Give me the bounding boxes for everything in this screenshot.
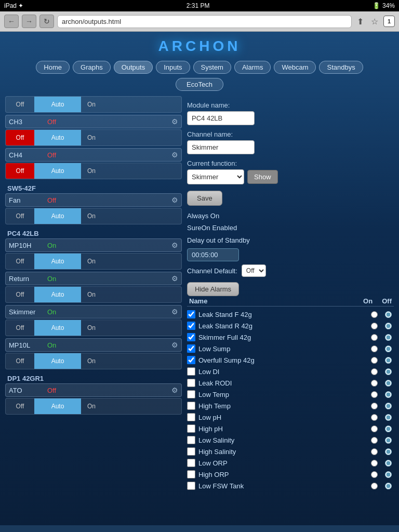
ato-on[interactable]: On: [81, 398, 102, 414]
return-on[interactable]: On: [81, 287, 102, 302]
nav-graphs[interactable]: Graphs: [73, 61, 111, 74]
nav-alarms[interactable]: Alarms: [234, 61, 271, 74]
alarm-on-radio-7[interactable]: [371, 391, 378, 398]
bookmark-button[interactable]: ☆: [369, 16, 380, 28]
ato-auto[interactable]: Auto: [34, 398, 81, 414]
ch4-auto[interactable]: Auto: [34, 163, 81, 179]
alarm-checkbox-4[interactable]: [187, 356, 195, 364]
forward-button[interactable]: →: [22, 15, 36, 28]
back-button[interactable]: ←: [4, 15, 19, 28]
alarm-checkbox-9[interactable]: [187, 413, 195, 421]
alarm-off-radio-14[interactable]: [385, 471, 392, 478]
alarm-checkbox-6[interactable]: [187, 379, 195, 387]
alarm-off-radio-8[interactable]: [385, 403, 392, 409]
refresh-button[interactable]: ↻: [39, 15, 54, 28]
fan-gear[interactable]: ⚙: [171, 196, 178, 204]
alarm-on-radio-10[interactable]: [371, 425, 378, 432]
skimmer-on[interactable]: On: [81, 320, 102, 336]
nav-home[interactable]: Home: [36, 61, 70, 74]
channel-name-input[interactable]: [187, 140, 255, 154]
alarm-off-radio-9[interactable]: [385, 414, 392, 421]
alarm-on-radio-13[interactable]: [371, 460, 378, 467]
off-btn-1[interactable]: Off: [6, 97, 34, 112]
return-off[interactable]: Off: [6, 287, 34, 302]
delay-input[interactable]: [187, 248, 239, 261]
mp10h-gear[interactable]: ⚙: [171, 241, 178, 249]
alarm-on-radio-4[interactable]: [371, 357, 378, 364]
alarm-off-radio-13[interactable]: [385, 460, 392, 467]
alarm-checkbox-8[interactable]: [187, 402, 195, 410]
fan-auto[interactable]: Auto: [34, 208, 81, 224]
mp10h-off[interactable]: Off: [6, 254, 34, 269]
alarm-off-radio-12[interactable]: [385, 448, 392, 455]
alarm-on-radio-9[interactable]: [371, 414, 378, 421]
alarm-off-radio-7[interactable]: [385, 391, 392, 398]
channel-default-select[interactable]: Off On: [242, 264, 266, 277]
ecotech-button[interactable]: EcoTech: [176, 78, 223, 91]
skimmer-off[interactable]: Off: [6, 320, 34, 336]
ato-off[interactable]: Off: [6, 398, 34, 414]
alarm-checkbox-7[interactable]: [187, 390, 195, 398]
mp10h-auto[interactable]: Auto: [34, 254, 81, 269]
nav-webcam[interactable]: Webcam: [274, 61, 316, 74]
alarm-on-radio-14[interactable]: [371, 471, 378, 478]
mp10h-on[interactable]: On: [81, 254, 102, 269]
nav-outputs[interactable]: Outputs: [114, 61, 153, 74]
alarm-on-radio-11[interactable]: [371, 437, 378, 444]
alarm-on-radio-5[interactable]: [371, 368, 378, 375]
alarm-off-radio-11[interactable]: [385, 437, 392, 444]
ch3-on[interactable]: On: [81, 130, 102, 145]
ato-gear[interactable]: ⚙: [171, 386, 178, 394]
alarm-off-radio-15[interactable]: [385, 483, 392, 489]
alarm-checkbox-5[interactable]: [187, 367, 195, 376]
alarm-checkbox-2[interactable]: [187, 333, 195, 341]
alarm-on-radio-8[interactable]: [371, 403, 378, 409]
auto-btn-1[interactable]: Auto: [34, 97, 81, 112]
hide-alarms-button[interactable]: Hide Alarms: [187, 282, 239, 296]
alarm-checkbox-12[interactable]: [187, 447, 195, 456]
alarm-off-radio-6[interactable]: [385, 380, 392, 387]
alarm-on-radio-12[interactable]: [371, 448, 378, 455]
on-btn-1[interactable]: On: [81, 97, 102, 112]
alarm-checkbox-13[interactable]: [187, 459, 195, 467]
module-name-input[interactable]: [187, 111, 255, 125]
ch4-off[interactable]: Off: [6, 163, 34, 179]
ch3-auto[interactable]: Auto: [34, 130, 81, 145]
alarm-checkbox-3[interactable]: [187, 344, 195, 353]
ch4-on[interactable]: On: [81, 163, 102, 179]
alarm-on-radio-2[interactable]: [371, 334, 378, 341]
alarm-off-radio-0[interactable]: [385, 311, 392, 318]
nav-inputs[interactable]: Inputs: [156, 61, 190, 74]
alarm-off-radio-3[interactable]: [385, 345, 392, 352]
alarm-checkbox-1[interactable]: [187, 322, 195, 330]
alarm-on-radio-1[interactable]: [371, 323, 378, 329]
alarm-off-radio-5[interactable]: [385, 368, 392, 375]
alarm-off-radio-4[interactable]: [385, 357, 392, 364]
nav-standbys[interactable]: Standbys: [319, 61, 363, 74]
alarm-off-radio-1[interactable]: [385, 323, 392, 329]
function-select[interactable]: Skimmer Refugium Return: [187, 169, 244, 184]
mp10l-on[interactable]: On: [81, 353, 102, 369]
fan-off[interactable]: Off: [6, 208, 34, 224]
alarm-on-radio-6[interactable]: [371, 380, 378, 387]
ch3-gear[interactable]: ⚙: [171, 117, 178, 126]
show-button[interactable]: Show: [247, 170, 278, 184]
alarm-on-radio-15[interactable]: [371, 483, 378, 489]
alarm-on-radio-3[interactable]: [371, 345, 378, 352]
url-input[interactable]: [57, 15, 352, 28]
return-gear[interactable]: ⚙: [171, 274, 178, 283]
mp10l-off[interactable]: Off: [6, 353, 34, 369]
share-button[interactable]: ⬆: [355, 16, 366, 28]
ch3-off[interactable]: Off: [6, 130, 34, 145]
alarm-checkbox-10[interactable]: [187, 424, 195, 433]
ch4-gear[interactable]: ⚙: [171, 151, 178, 159]
fan-on[interactable]: On: [81, 208, 102, 224]
skimmer-auto[interactable]: Auto: [34, 320, 81, 336]
nav-system[interactable]: System: [193, 61, 231, 74]
alarm-checkbox-15[interactable]: [187, 482, 195, 490]
mp10l-gear[interactable]: ⚙: [171, 341, 178, 349]
alarm-off-radio-2[interactable]: [385, 334, 392, 341]
alarm-checkbox-0[interactable]: [187, 310, 195, 318]
return-auto[interactable]: Auto: [34, 287, 81, 302]
alarm-checkbox-11[interactable]: [187, 436, 195, 444]
